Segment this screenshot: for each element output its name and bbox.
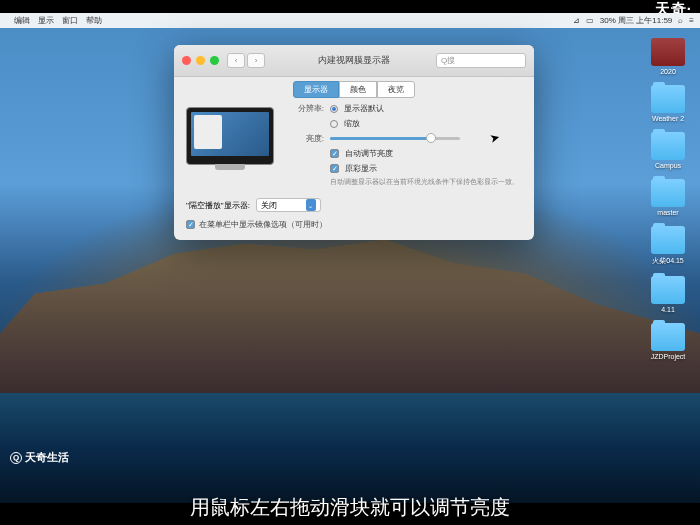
brightness-label: 亮度: [286,133,324,144]
titlebar[interactable]: ‹ › 内建视网膜显示器 Q搜 [174,45,534,77]
display-preferences-window: ‹ › 内建视网膜显示器 Q搜 显示器 颜色 夜览 分辨率: 显示器默认 [174,45,534,240]
zoom-icon[interactable] [210,56,219,65]
search-input[interactable]: Q搜 [436,53,526,68]
window-title: 内建视网膜显示器 [318,54,390,67]
truetone-checkbox[interactable]: ✓ [330,164,339,173]
desktop-item[interactable]: Weather 2 [644,85,692,122]
desktop-item[interactable]: 火柴04.15 [644,226,692,266]
menubar: 编辑 显示 窗口 帮助 ⊿ ▭ 30% 周三 上午11:59 ⌕ ≡ [0,13,700,28]
tab-color[interactable]: 颜色 [339,81,377,98]
brand-bottom-left: Q 天奇生活 [10,450,69,465]
brightness-slider[interactable] [330,137,460,140]
desktop-item[interactable]: master [644,179,692,216]
forward-button[interactable]: › [247,53,265,68]
desktop-item[interactable]: Campus [644,132,692,169]
notification-icon[interactable]: ≡ [689,16,694,25]
auto-brightness-checkbox[interactable]: ✓ [330,149,339,158]
desktop-item[interactable]: 2020 [644,38,692,75]
tab-nightshift[interactable]: 夜览 [377,81,415,98]
battery-icon[interactable]: ▭ [586,16,594,25]
menu-view[interactable]: 显示 [38,15,54,26]
airplay-select[interactable]: 关闭 ⌄ [256,198,321,212]
radio-default[interactable] [330,105,338,113]
desktop-item[interactable]: 4.11 [644,276,692,313]
truetone-hint: 自动调整显示器以在当前环境光线条件下保持色彩显示一致。 [330,178,522,186]
back-button[interactable]: ‹ [227,53,245,68]
wifi-icon[interactable]: ⊿ [573,16,580,25]
airplay-label: "隔空播放"显示器: [186,200,250,211]
menu-window[interactable]: 窗口 [62,15,78,26]
status-text: 30% 周三 上午11:59 [600,15,672,26]
brand-logo-icon: Q [10,452,22,464]
desktop-icons: 2020 Weather 2 Campus master 火柴04.15 4.1… [644,38,692,360]
video-caption: 用鼠标左右拖动滑块就可以调节亮度 [190,494,510,521]
resolution-label: 分辨率: [286,103,324,114]
minimize-icon[interactable] [196,56,205,65]
menu-edit[interactable]: 编辑 [14,15,30,26]
menu-help[interactable]: 帮助 [86,15,102,26]
radio-scaled[interactable] [330,120,338,128]
slider-thumb[interactable] [426,133,436,143]
menubar-option-label: 在菜单栏中显示镜像选项（可用时） [199,219,327,230]
chevron-down-icon: ⌄ [306,199,316,211]
monitor-preview [186,107,274,165]
desktop-item[interactable]: JZDProject [644,323,692,360]
close-icon[interactable] [182,56,191,65]
tab-display[interactable]: 显示器 [293,81,339,98]
spotlight-icon[interactable]: ⌕ [678,16,683,25]
menubar-mirror-checkbox[interactable]: ✓ [186,220,195,229]
